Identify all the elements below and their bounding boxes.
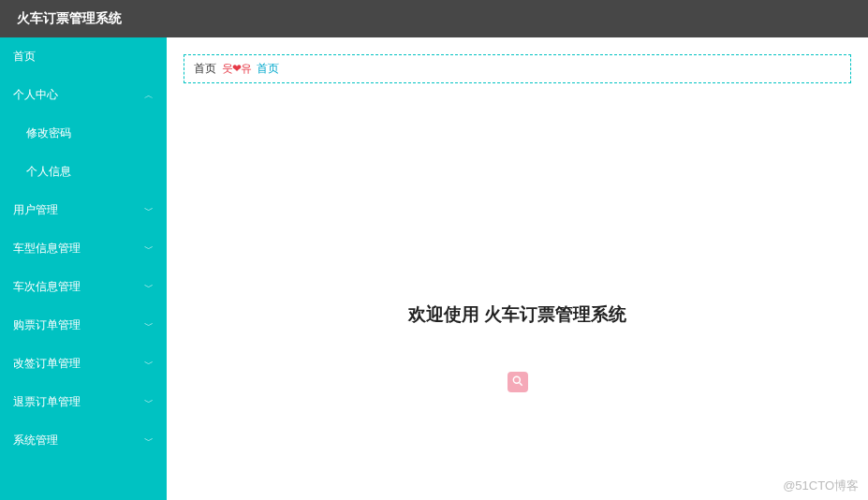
chevron-down-icon: ﹀	[144, 281, 154, 294]
sidebar-item-label: 用户管理	[13, 202, 58, 218]
welcome-message: 欢迎使用 火车订票管理系统	[167, 302, 868, 327]
sidebar-item-label: 车型信息管理	[13, 241, 81, 257]
main-container: 首页 个人中心 ︿ 修改密码 个人信息 用户管理 ﹀ 车型信息管理 ﹀ 车次信息…	[0, 37, 868, 500]
sidebar-item-label: 车次信息管理	[13, 279, 81, 295]
chevron-down-icon: ﹀	[144, 319, 154, 332]
sidebar-item-system-mgmt[interactable]: 系统管理 ﹀	[0, 421, 167, 460]
sidebar-subitem-personal-info[interactable]: 个人信息	[0, 153, 167, 191]
sidebar-item-label: 系统管理	[13, 433, 58, 449]
magnifier-icon	[511, 375, 524, 390]
chevron-down-icon: ﹀	[144, 204, 154, 217]
chevron-down-icon: ﹀	[144, 358, 154, 371]
sidebar-item-label: 首页	[13, 49, 36, 65]
sidebar-item-label: 个人中心	[13, 87, 58, 103]
sidebar-item-label: 改签订单管理	[13, 356, 81, 372]
sidebar: 首页 个人中心 ︿ 修改密码 个人信息 用户管理 ﹀ 车型信息管理 ﹀ 车次信息…	[0, 37, 167, 500]
chevron-up-icon: ︿	[144, 89, 154, 102]
breadcrumb: 首页 웃❤유 首页	[184, 54, 851, 83]
chevron-down-icon: ﹀	[144, 396, 154, 409]
sidebar-item-home[interactable]: 首页	[0, 37, 167, 76]
app-header: 火车订票管理系统	[0, 0, 868, 37]
sidebar-item-trainno-mgmt[interactable]: 车次信息管理 ﹀	[0, 268, 167, 306]
chevron-down-icon: ﹀	[144, 243, 154, 256]
zoom-button[interactable]	[508, 372, 528, 392]
breadcrumb-link[interactable]: 首页	[257, 61, 279, 77]
sidebar-subitem-label: 个人信息	[26, 165, 71, 178]
sidebar-item-label: 退票订单管理	[13, 394, 81, 410]
sidebar-subitem-change-password[interactable]: 修改密码	[0, 114, 167, 153]
sidebar-item-change-order-mgmt[interactable]: 改签订单管理 ﹀	[0, 345, 167, 383]
breadcrumb-home: 首页	[194, 61, 216, 77]
app-title: 火车订票管理系统	[17, 10, 122, 27]
breadcrumb-separator-icon: 웃❤유	[222, 61, 251, 77]
svg-line-1	[519, 382, 522, 385]
main-content: 首页 웃❤유 首页 欢迎使用 火车订票管理系统 @51CTO博客	[167, 37, 868, 500]
chevron-down-icon: ﹀	[144, 434, 154, 448]
watermark: @51CTO博客	[783, 478, 859, 494]
sidebar-item-ticket-order-mgmt[interactable]: 购票订单管理 ﹀	[0, 306, 167, 345]
sidebar-item-user-mgmt[interactable]: 用户管理 ﹀	[0, 191, 167, 229]
sidebar-item-refund-order-mgmt[interactable]: 退票订单管理 ﹀	[0, 383, 167, 421]
svg-point-0	[513, 376, 520, 383]
sidebar-item-label: 购票订单管理	[13, 317, 81, 333]
sidebar-subitem-label: 修改密码	[26, 126, 71, 140]
sidebar-item-personal-center[interactable]: 个人中心 ︿	[0, 76, 167, 114]
sidebar-item-cartype-mgmt[interactable]: 车型信息管理 ﹀	[0, 229, 167, 268]
